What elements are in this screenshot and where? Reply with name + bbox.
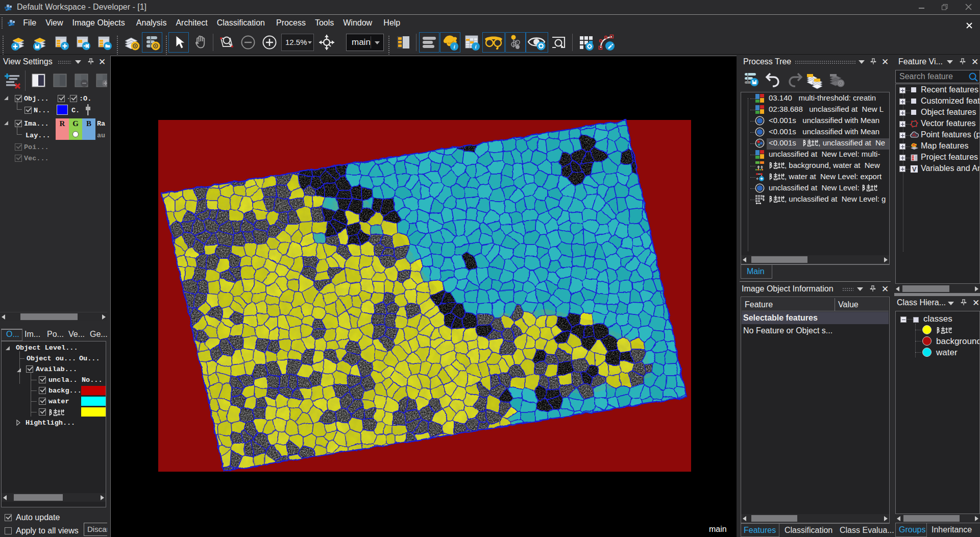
svg-text:V: V — [912, 165, 917, 173]
